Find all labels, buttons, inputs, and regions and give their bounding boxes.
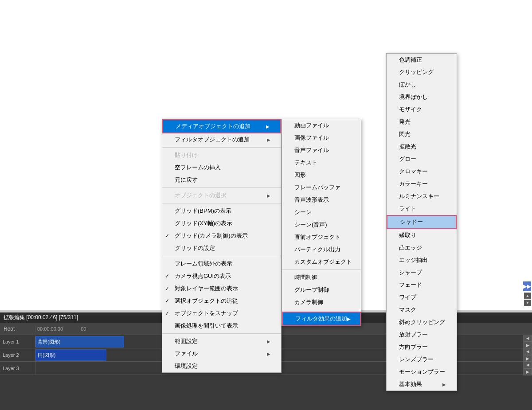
sub1-audio-file[interactable]: 音声ファイル xyxy=(282,144,361,156)
sub1-prev-obj[interactable]: 直前オブジェクト xyxy=(282,231,361,243)
menu-item-snap-label: オブジェクトをスナップ xyxy=(175,309,238,317)
menu-item-paste[interactable]: 貼り付け xyxy=(162,149,281,161)
menu-item-grid-bpm[interactable]: グリッド(BPM)の表示 xyxy=(162,205,281,217)
sub1-image-file[interactable]: 画像ファイル xyxy=(282,132,361,144)
sub1-group-ctrl[interactable]: グループ制御 xyxy=(282,284,361,296)
sub1-shape[interactable]: 図形 xyxy=(282,169,361,181)
filter-clipping-label: クリッピング xyxy=(399,68,434,76)
separator-3 xyxy=(162,203,281,203)
filter-wipe-label: ワイプ xyxy=(399,293,416,301)
sub1-sep2 xyxy=(282,310,361,310)
menu-item-add-media[interactable]: メディアオブジェクトの追加 ▶ xyxy=(162,119,281,133)
scroll-up-btn[interactable]: ▲ xyxy=(524,293,531,299)
filter-radial-blur-label: 放射ブラー xyxy=(399,331,428,339)
sub1-prev-obj-label: 直前オブジェクト xyxy=(294,233,340,241)
menu-item-add-media-label: メディアオブジェクトの追加 xyxy=(176,122,250,130)
sub1-scene-audio[interactable]: シーン(音声) xyxy=(282,219,361,231)
filter-blur[interactable]: ぼかし xyxy=(387,78,457,91)
menu-item-insert-frame[interactable]: 空フレームの挿入 xyxy=(162,161,281,174)
filter-glow[interactable]: グロー xyxy=(387,153,457,165)
menu-item-file[interactable]: ファイル ▶ xyxy=(162,348,281,360)
menu-item-add-filter-obj[interactable]: フィルタオブジェクトの追加 ▶ xyxy=(162,133,281,146)
filter-diffuse[interactable]: 拡散光 xyxy=(387,141,457,153)
menu-item-layer-range[interactable]: 対象レイヤー範囲の表示 xyxy=(162,282,281,295)
menu-item-snap[interactable]: オブジェクトをスナップ xyxy=(162,307,281,320)
menu-item-file-label: ファイル xyxy=(175,350,198,358)
menu-item-select-obj[interactable]: オブジェクトの選択 ▶ xyxy=(162,189,281,202)
menu-item-camera-gui[interactable]: カメラ視点GUIの表示 xyxy=(162,270,281,282)
filter-diagonal-clipping[interactable]: 斜めクリッピング xyxy=(387,316,457,328)
sub1-add-filter-effect[interactable]: フィルタ効果の追加 ▶ xyxy=(282,312,361,326)
filter-basic-effect[interactable]: 基本効果 ▶ xyxy=(387,378,457,390)
filter-convex-edge[interactable]: 凸エッジ xyxy=(387,242,457,254)
menu-item-grid-xy-label: グリッド(XY軸)の表示 xyxy=(175,219,232,227)
menu-item-range-settings-label: 範囲設定 xyxy=(175,337,198,345)
sub1-time-ctrl[interactable]: 時間制御 xyxy=(282,271,361,284)
scroll-left-btn-1[interactable]: ◀ xyxy=(524,335,532,342)
arrow-icon-basic-effect: ▶ xyxy=(442,382,446,387)
sub1-scene-audio-label: シーン(音声) xyxy=(294,221,327,229)
sub1-camera-ctrl[interactable]: カメラ制御 xyxy=(282,296,361,308)
sub1-audio-waveform[interactable]: 音声波形表示 xyxy=(282,194,361,206)
filter-basic-effect-label: 基本効果 xyxy=(399,380,422,388)
filter-wipe[interactable]: ワイプ xyxy=(387,291,457,304)
filter-lens-blur[interactable]: レンズブラー xyxy=(387,353,457,366)
menu-item-undo[interactable]: 元に戻す xyxy=(162,174,281,186)
sub1-video-file[interactable]: 動画ファイル xyxy=(282,119,361,132)
clip-background[interactable]: 背景(図形) xyxy=(35,336,124,348)
filter-glow-label: グロー xyxy=(399,155,416,163)
sub1-scene[interactable]: シーン xyxy=(282,206,361,219)
playback-nav-button[interactable]: ▶▶ xyxy=(523,281,531,291)
sub1-particle-out[interactable]: パーティクル出力 xyxy=(282,243,361,256)
layer2-label: Layer 2 xyxy=(0,348,35,361)
menu-item-show-outside[interactable]: フレーム領域外の表示 xyxy=(162,258,281,270)
sub1-text[interactable]: テキスト xyxy=(282,156,361,169)
scroll-down-btn[interactable]: ▼ xyxy=(524,300,531,306)
filter-light-label: ライト xyxy=(399,205,416,213)
filter-mask[interactable]: マスク xyxy=(387,304,457,316)
filter-shadow[interactable]: シャドー xyxy=(387,215,457,229)
filter-flash-label: 閃光 xyxy=(399,130,411,138)
filter-blur-label: ぼかし xyxy=(399,81,416,89)
menu-item-follow-selected[interactable]: 選択オブジェクトの追従 xyxy=(162,295,281,307)
menu-item-range-settings[interactable]: 範囲設定 ▶ xyxy=(162,335,281,348)
scroll-right-btn-3[interactable]: ▶ xyxy=(524,368,532,375)
menu-item-reduce-image[interactable]: 画像処理を間引いて表示 xyxy=(162,320,281,332)
filter-radial-blur[interactable]: 放射ブラー xyxy=(387,328,457,341)
scroll-left-btn-3[interactable]: ◀ xyxy=(524,361,532,368)
menu-item-grid-settings[interactable]: グリッドの設定 xyxy=(162,242,281,254)
filter-mask-label: マスク xyxy=(399,306,416,314)
filter-chroma-key[interactable]: クロマキー xyxy=(387,165,457,178)
scroll-left-btn-2[interactable]: ◀ xyxy=(524,348,532,355)
menu-item-grid-bpm-label: グリッド(BPM)の表示 xyxy=(175,207,231,215)
separator-5 xyxy=(162,333,281,334)
filter-flash[interactable]: 閃光 xyxy=(387,128,457,141)
filter-border-blur[interactable]: 境界ぼかし xyxy=(387,91,457,103)
menu-item-env-settings[interactable]: 環境設定 xyxy=(162,360,281,372)
filter-sharp[interactable]: シャープ xyxy=(387,266,457,279)
menu-item-grid-cam[interactable]: グリッド(カメラ制御)の表示 xyxy=(162,230,281,242)
filter-luminance-key[interactable]: ルミナンスキー xyxy=(387,190,457,203)
filter-color-correct[interactable]: 色調補正 xyxy=(387,54,457,66)
menu-item-show-outside-label: フレーム領域外の表示 xyxy=(175,260,232,268)
filter-motion-blur[interactable]: モーションブラー xyxy=(387,366,457,378)
separator-4 xyxy=(162,256,281,256)
filter-light[interactable]: ライト xyxy=(387,203,457,215)
filter-fade[interactable]: フェード xyxy=(387,279,457,291)
filter-color-key[interactable]: カラーキー xyxy=(387,178,457,190)
sub1-sep1 xyxy=(282,269,361,270)
filter-emission[interactable]: 発光 xyxy=(387,116,457,128)
filter-mosaic[interactable]: モザイク xyxy=(387,103,457,116)
sub1-custom-obj[interactable]: カスタムオブジェクト xyxy=(282,256,361,268)
filter-clipping[interactable]: クリッピング xyxy=(387,66,457,78)
clip-circle[interactable]: 円(図形) xyxy=(35,349,106,361)
sub1-frame-buffer[interactable]: フレームバッファ xyxy=(282,181,361,194)
menu-item-undo-label: 元に戻す xyxy=(175,176,198,184)
menu-item-grid-xy[interactable]: グリッド(XY軸)の表示 xyxy=(162,217,281,230)
separator-2 xyxy=(162,187,281,188)
filter-motion-blur-label: モーションブラー xyxy=(399,368,445,376)
filter-directional-blur[interactable]: 方向ブラー xyxy=(387,341,457,353)
menu-item-add-filter-obj-label: フィルタオブジェクトの追加 xyxy=(175,136,250,144)
filter-edge-extract[interactable]: エッジ抽出 xyxy=(387,254,457,266)
filter-border[interactable]: 縁取り xyxy=(387,229,457,242)
